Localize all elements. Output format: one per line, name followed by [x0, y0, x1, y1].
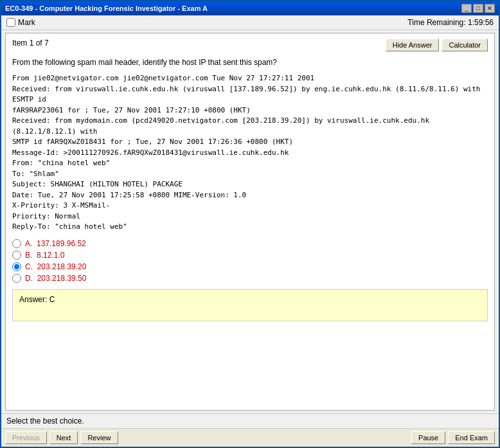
email-line-2: Received: from viruswall.ie.cuhk.edu.hk …: [12, 84, 488, 105]
email-content: From jie02@netvigator.com jie02@netvigat…: [12, 73, 488, 233]
email-line-5: SMTP id fAR9QXwZ018431 for ; Tue, 27 Nov…: [12, 137, 488, 148]
bottom-buttons-bar: Previous Next Review Pause End Exam: [1, 428, 499, 447]
close-button[interactable]: ✕: [485, 4, 495, 13]
previous-button[interactable]: Previous: [5, 431, 47, 444]
next-button[interactable]: Next: [49, 431, 78, 444]
maximize-button[interactable]: □: [473, 4, 483, 13]
email-line-10: Date: Tue, 27 Nov 2001 17:25:58 +0800 MI…: [12, 190, 488, 201]
option-b: B. 8.12.1.0: [12, 251, 488, 260]
review-button[interactable]: Review: [80, 431, 118, 444]
email-line-9: Subject: SHANGHAI (HILTON HOTEL) PACKAGE: [12, 179, 488, 190]
radio-a[interactable]: [12, 239, 21, 248]
mark-label: Mark: [18, 18, 35, 27]
radio-d[interactable]: [12, 274, 21, 283]
options-container: A. 137.189.96.52 B. 8.12.1.0 C. 203.218.…: [12, 239, 488, 283]
option-b-label: B. 8.12.1.0: [25, 251, 64, 260]
answer-value: C: [49, 295, 55, 304]
email-line-4: Received: from mydomain.com (pcd249020.n…: [12, 116, 488, 137]
email-line-8: To: "Shlam": [12, 169, 488, 180]
radio-c[interactable]: [12, 262, 21, 271]
option-d-label: D. 203.218.39.50: [25, 274, 86, 283]
email-line-13: Reply-To: "china hotel web": [12, 222, 488, 233]
window-title: EC0-349 - Computer Hacking Forensic Inve…: [5, 4, 208, 12]
email-line-3: fAR9RAP23061 for ; Tue, 27 Nov 2001 17:2…: [12, 105, 488, 116]
answer-label: Answer:: [19, 295, 47, 304]
option-c-label: C. 203.218.39.20: [25, 262, 86, 271]
email-line-11: X-Priority: 3 X-MSMail-: [12, 201, 488, 211]
mark-container: Mark: [6, 18, 35, 27]
window-controls: _ □ ✕: [461, 4, 495, 13]
end-exam-button[interactable]: End Exam: [448, 431, 495, 444]
status-text: Select the best choice.: [6, 417, 84, 426]
time-remaining: Time Remaining: 1:59:56: [407, 18, 494, 27]
hide-answer-button[interactable]: Hide Answer: [386, 39, 440, 51]
status-bar: Select the best choice.: [1, 413, 499, 428]
option-d: D. 203.218.39.50: [12, 274, 488, 283]
email-line-7: From: "china hotel web": [12, 158, 488, 169]
email-line-12: Priority: Normal: [12, 211, 488, 222]
item-label: Item 1 of 7: [12, 39, 49, 48]
pause-button[interactable]: Pause: [411, 431, 445, 444]
option-a-label: A. 137.189.96.52: [25, 239, 86, 248]
question-text: From the following spam mail header, ide…: [12, 57, 488, 68]
time-remaining-value: 1:59:56: [468, 18, 494, 27]
option-a: A. 137.189.96.52: [12, 239, 488, 248]
email-line-1: From jie02@netvigator.com jie02@netvigat…: [12, 73, 488, 84]
answer-box: Answer: C: [12, 289, 488, 321]
radio-b[interactable]: [12, 251, 21, 260]
email-line-6: Message-Id: >200111270926.fAR9QXwZ018431…: [12, 148, 488, 159]
mark-checkbox[interactable]: [6, 18, 15, 27]
option-c: C. 203.218.39.20: [12, 262, 488, 271]
minimize-button[interactable]: _: [461, 4, 472, 13]
calculator-button[interactable]: Calculator: [442, 39, 488, 51]
time-remaining-label: Time Remaining:: [407, 18, 465, 27]
